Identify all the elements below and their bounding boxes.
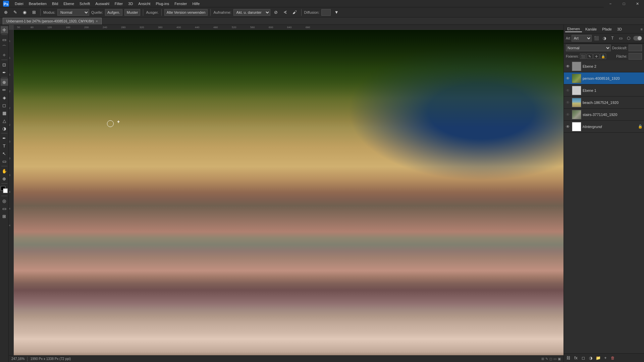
tool-pen[interactable]: ✒ xyxy=(1,134,8,142)
canvas-container[interactable]: + xyxy=(14,30,564,355)
new-fill-button[interactable]: ◑ xyxy=(587,355,594,361)
filter-pixel-icon[interactable]: ⬛ xyxy=(593,35,600,42)
menu-bild[interactable]: Bild xyxy=(49,1,61,6)
layer-row-person[interactable]: 👁 person-4008516_1920 xyxy=(564,72,644,84)
tool-blur[interactable]: △ xyxy=(1,117,8,124)
filter-adjust-icon[interactable]: ◑ xyxy=(601,35,608,42)
brush-icon[interactable]: ✎ xyxy=(11,9,19,16)
menu-hilfe[interactable]: Hilfe xyxy=(190,1,202,6)
status-icon-3[interactable]: ◻ xyxy=(549,357,552,361)
menu-schrift[interactable]: Schrift xyxy=(77,1,93,6)
tool-move[interactable]: ✛ xyxy=(1,26,8,34)
layer-visibility-ebene1[interactable]: 👁 xyxy=(565,88,571,93)
tool-path[interactable]: ↖ xyxy=(1,150,8,157)
tool-hand[interactable]: ✋ xyxy=(1,167,8,175)
tab-pfade[interactable]: Pfade xyxy=(600,26,614,32)
layer-row-ebene2[interactable]: 👁 Ebene 2 xyxy=(564,60,644,72)
menu-filter[interactable]: Filter xyxy=(112,1,125,6)
tool-crop[interactable]: ⊡ xyxy=(1,61,8,68)
add-mask-button[interactable]: ◻ xyxy=(580,355,587,361)
maximize-button[interactable]: □ xyxy=(617,0,631,7)
menu-3d[interactable]: 3D xyxy=(125,1,136,6)
tab-ebenen[interactable]: Ebenen xyxy=(565,26,582,32)
tool-eraser[interactable]: ◻ xyxy=(1,102,8,109)
tool-icon[interactable]: ⊕ xyxy=(2,9,9,16)
diffusion-input[interactable]: 5 xyxy=(321,9,331,16)
menu-ansicht[interactable]: Ansicht xyxy=(136,1,153,6)
brush3-icon[interactable]: 🖌 xyxy=(291,9,299,16)
muster-button[interactable]: Muster xyxy=(124,9,141,16)
fix-brush-icon[interactable]: ✎ xyxy=(587,54,593,59)
filter-type-icon[interactable]: T xyxy=(609,35,616,42)
tab-kanaele[interactable]: Kanäle xyxy=(583,26,599,32)
layer-row-ebene1[interactable]: 👁 Ebene 1 xyxy=(564,84,644,97)
tab-3d[interactable]: 3D xyxy=(615,26,624,32)
fill-input[interactable]: 100% xyxy=(629,53,642,60)
diffusion-icon[interactable]: ▼ xyxy=(333,9,340,16)
layer-visibility-ebene2[interactable]: 👁 xyxy=(565,64,571,69)
filter-shape-icon[interactable]: ▭ xyxy=(617,35,624,42)
ausger-label: Ausger. xyxy=(146,10,158,14)
foreground-color[interactable] xyxy=(1,186,8,193)
tool-text[interactable]: T xyxy=(1,142,8,149)
tab-close-button[interactable]: × xyxy=(96,19,98,23)
aufnahme-select[interactable]: Akt. u. darunter Alle Ebenen xyxy=(233,9,270,16)
tool-screen-mode[interactable]: ▭ xyxy=(1,205,8,212)
layer-visibility-person[interactable]: 👁 xyxy=(565,76,571,81)
menu-plugins[interactable]: Plug-ins xyxy=(153,1,172,6)
blend-mode-select[interactable]: Normal Multiplizieren Bildschirm xyxy=(566,45,611,51)
sample-all-icon[interactable]: ⊘ xyxy=(272,9,280,16)
delete-layer-button[interactable]: 🗑 xyxy=(609,355,616,361)
sample-icon[interactable]: ⊞ xyxy=(30,9,38,16)
layer-visibility-beach[interactable]: 👁 xyxy=(565,100,571,105)
panel-icon-1[interactable]: ≡ xyxy=(641,27,643,31)
menu-datei[interactable]: Datei xyxy=(12,1,26,6)
brush2-icon[interactable]: ◉ xyxy=(21,9,28,16)
status-icon-5[interactable]: ▣ xyxy=(558,357,561,361)
status-icon-2[interactable]: ✎ xyxy=(545,357,548,361)
tool-magic-wand[interactable]: ✧ xyxy=(1,51,8,59)
aufgen-button[interactable]: Aufgen. xyxy=(105,9,122,16)
layer-type-select[interactable]: Art Name Effekt xyxy=(572,35,592,42)
minimize-button[interactable]: − xyxy=(604,0,617,7)
angle-icon[interactable]: ∢ xyxy=(282,9,289,16)
menu-ebene[interactable]: Ebene xyxy=(61,1,77,6)
opacity-input[interactable]: 100% xyxy=(629,45,642,51)
tool-healing[interactable]: ⊕ xyxy=(1,78,8,86)
layer-row-stairs[interactable]: 👁 stairs-3771140_1920 xyxy=(564,109,644,121)
new-group-button[interactable]: 📁 xyxy=(595,355,601,361)
fix-all-icon[interactable]: 🔒 xyxy=(600,54,606,59)
link-layers-button[interactable]: ⛓ xyxy=(565,355,572,361)
tool-quickmask[interactable]: ◎ xyxy=(1,197,8,204)
new-layer-button[interactable]: + xyxy=(602,355,609,361)
layer-visibility-stairs[interactable]: 👁 xyxy=(565,112,571,117)
tool-zoom[interactable]: ⊕ xyxy=(1,175,8,182)
add-style-button[interactable]: fx xyxy=(573,355,579,361)
menu-fenster[interactable]: Fenster xyxy=(172,1,190,6)
ruler-tick: 680 xyxy=(306,26,310,29)
tool-lasso[interactable]: ⌒ xyxy=(1,44,8,51)
status-icon-1[interactable]: ⊞ xyxy=(541,357,544,361)
alte-version-button[interactable]: Alte Version verwenden xyxy=(164,9,208,16)
layer-visibility-hintergrund[interactable]: 👁 xyxy=(565,124,571,129)
menu-auswahl[interactable]: Auswahl xyxy=(93,1,112,6)
modus-select[interactable]: Normal Multiplizieren xyxy=(57,9,89,16)
filter-smartobject-icon[interactable]: ⬡ xyxy=(625,35,632,42)
status-icon-4[interactable]: ▭ xyxy=(553,357,556,361)
tool-gradient[interactable]: ▦ xyxy=(1,109,8,117)
tool-brush[interactable]: ✏ xyxy=(1,86,8,94)
layer-row-beach[interactable]: 👁 beach-1867524_1920 xyxy=(564,97,644,109)
fix-transparent-icon[interactable]: ⬛ xyxy=(580,54,586,59)
close-button[interactable]: ✕ xyxy=(631,0,644,7)
tool-shape[interactable]: ▭ xyxy=(1,158,8,165)
menu-bearbeiten[interactable]: Bearbeiten xyxy=(26,1,49,6)
tool-dodge[interactable]: ◑ xyxy=(1,125,8,132)
layer-row-hintergrund[interactable]: 👁 Hintergrund 🔒 xyxy=(564,121,644,133)
document-tab[interactable]: Unbenannt-1 bei 247% (person-4008516_192… xyxy=(3,18,102,24)
fix-move-icon[interactable]: ✛ xyxy=(593,54,599,59)
filter-toggle[interactable] xyxy=(633,36,642,41)
tool-clone[interactable]: ◈ xyxy=(1,94,8,101)
tool-eyedropper[interactable]: ✒ xyxy=(1,69,8,76)
tool-artboard[interactable]: ⊞ xyxy=(1,213,8,220)
tool-marquee[interactable]: ▭ xyxy=(1,36,8,43)
